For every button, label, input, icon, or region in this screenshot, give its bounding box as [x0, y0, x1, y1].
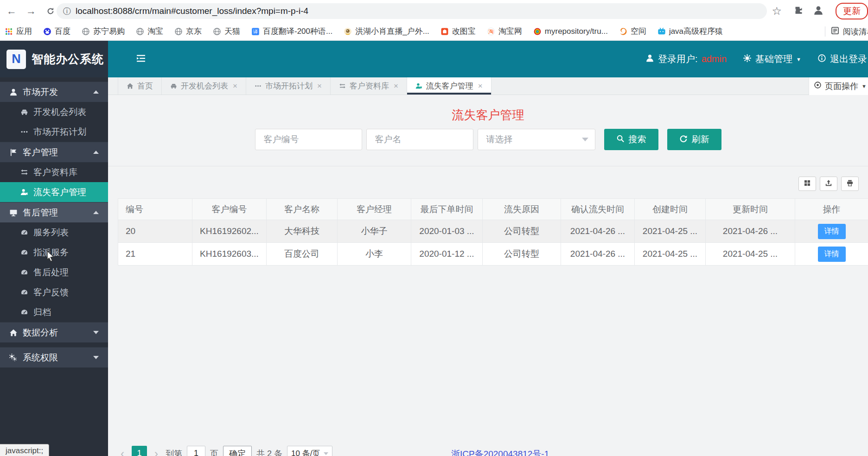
sidebar-item-system-permissions[interactable]: 系统权限 — [0, 347, 108, 367]
close-icon[interactable]: × — [394, 82, 398, 91]
bookmark-label: 百度翻译-200种语... — [263, 26, 332, 37]
tab-market-plan[interactable]: 市场开拓计划× — [246, 77, 331, 95]
refresh-button[interactable]: 刷新 — [667, 129, 721, 150]
sidebar-item-label: 客户资料库 — [33, 166, 77, 178]
bookmark-jd[interactable]: 京东 — [174, 26, 202, 37]
sidebar-item-opportunity-list[interactable]: 开发机会列表 — [0, 102, 108, 122]
table-cell: 2021-04-25 ... — [706, 243, 795, 266]
sidebar: 市场开发开发机会列表市场开拓计划客户管理客户资料库流失客户管理售后管理服务列表指… — [0, 77, 108, 456]
svg-text:译: 译 — [253, 29, 258, 34]
dots-icon — [255, 82, 262, 89]
page-size-select[interactable]: 10 条/页 — [287, 446, 332, 456]
print-button[interactable] — [841, 177, 859, 191]
sidebar-item-lost-customer-management[interactable]: 流失客户管理 — [0, 182, 108, 202]
bookmark-myrepository[interactable]: myrepository/tru... — [533, 27, 608, 36]
tab-customer-database[interactable]: 客户资料库× — [331, 77, 407, 95]
forward-icon[interactable]: → — [23, 3, 39, 19]
divider — [825, 26, 825, 37]
page-size-value: 10 条/页 — [291, 448, 320, 456]
page-operations-button[interactable]: 页面操作 ▼ — [809, 77, 868, 95]
tab-bar: 首页开发机会列表×市场开拓计划×客户资料库×流失客户管理× 页面操作 ▼ — [108, 77, 868, 95]
customer-name-input[interactable] — [366, 129, 473, 150]
page-number-button[interactable]: 1 — [132, 446, 147, 456]
sidebar-item-customer-database[interactable]: 客户资料库 — [0, 162, 108, 182]
url-text: localhost:8088/crm/main#customer_loss/in… — [76, 6, 308, 16]
sidebar-toggle-icon[interactable] — [136, 53, 146, 65]
column-header: 编号 — [118, 199, 192, 220]
detail-button[interactable]: 详情 — [818, 247, 846, 262]
bookmark-taobao[interactable]: 淘宝 — [136, 26, 163, 37]
chrome-update-button[interactable]: 更新 — [836, 3, 868, 19]
tab-home[interactable]: 首页 — [118, 77, 162, 95]
gauge-icon — [20, 308, 28, 316]
gauge-icon — [20, 288, 28, 296]
bookmark-star-icon[interactable]: ☆ — [772, 5, 782, 18]
orange-square-icon — [440, 27, 449, 36]
site-info-icon[interactable]: ⓘ — [63, 6, 71, 17]
tab-lost-customer-management[interactable]: 流失客户管理× — [407, 77, 491, 95]
table-cell: KH16192603... — [192, 243, 267, 266]
detail-button[interactable]: 详情 — [818, 224, 846, 239]
bookmark-honghu-live[interactable]: 洪湖小肖直播_户外... — [344, 26, 429, 37]
back-icon[interactable]: ← — [4, 3, 19, 19]
bookmark-taobao-net[interactable]: 淘淘宝网 — [487, 26, 522, 37]
close-icon[interactable]: × — [317, 82, 322, 91]
sidebar-item-archive[interactable]: 归档 — [0, 302, 108, 322]
sidebar-item-aftersales-management[interactable]: 售后管理 — [0, 202, 108, 222]
loss-reason-select[interactable]: 请选择 — [478, 129, 595, 150]
profile-avatar-icon[interactable] — [813, 5, 823, 17]
user-x-icon — [415, 82, 422, 89]
prev-page-icon[interactable]: ‹ — [118, 447, 127, 456]
bookmark-baidu[interactable]: 百度 — [43, 26, 70, 37]
icp-link[interactable]: 浙ICP备2020043812号-1 — [451, 448, 549, 456]
bookmark-java-programmer[interactable]: java高级程序猿 — [657, 26, 723, 37]
bookmark-suning[interactable]: 苏宁易购 — [82, 26, 125, 37]
table-cell: 2021-04-26 ... — [561, 220, 635, 243]
sidebar-item-customer-management[interactable]: 客户管理 — [0, 142, 108, 162]
sidebar-item-market-plan[interactable]: 市场开拓计划 — [0, 122, 108, 142]
bookmark-label: 苏宁易购 — [93, 26, 125, 37]
tab-opportunity-list[interactable]: 开发机会列表× — [162, 77, 246, 95]
address-bar[interactable]: ⓘ localhost:8088/crm/main#customer_loss/… — [57, 3, 767, 19]
sidebar-item-customer-feedback[interactable]: 客户反馈 — [0, 282, 108, 302]
bookmark-gaitubao[interactable]: 改图宝 — [440, 26, 476, 37]
table-cell: 2020-01-03 ... — [411, 220, 483, 243]
total-count-label: 共 2 条 — [256, 448, 282, 456]
export-button[interactable] — [820, 177, 837, 191]
page-jump-input[interactable] — [187, 446, 205, 456]
sidebar-item-data-analysis[interactable]: 数据分析 — [0, 322, 108, 342]
close-icon[interactable]: × — [233, 82, 237, 91]
lost-customer-table: 编号客户编号客户名称客户经理最后下单时间流失原因确认流失时间创建时间更新时间操作… — [118, 198, 868, 266]
bookmark-qzone[interactable]: 空间 — [619, 26, 646, 37]
logout-label: 退出登录 — [830, 53, 867, 65]
chevron-down-icon — [93, 331, 99, 334]
reading-list-button[interactable]: 阅读清单 — [831, 26, 868, 37]
base-management-menu[interactable]: 基础管理 ▼ — [743, 53, 801, 65]
reload-icon[interactable] — [43, 3, 58, 19]
globe-icon — [136, 27, 144, 36]
chevron-down-icon: ▼ — [796, 57, 801, 62]
sidebar-item-label: 开发机会列表 — [33, 106, 86, 118]
sidebar-item-service-list[interactable]: 服务列表 — [0, 222, 108, 242]
swirl-icon — [619, 27, 627, 36]
next-page-icon[interactable]: › — [152, 447, 161, 456]
bookmark-apps[interactable]: 应用 — [5, 26, 32, 37]
bookmark-tmall[interactable]: 天猫 — [213, 26, 240, 37]
chevron-down-icon — [93, 356, 99, 359]
extensions-icon[interactable] — [794, 6, 803, 17]
logout-button[interactable]: 退出登录 — [817, 53, 867, 65]
close-icon[interactable]: × — [478, 82, 483, 91]
bookmark-baidu-translate[interactable]: 译百度翻译-200种语... — [251, 26, 332, 37]
app-header: N 智能办公系统 登录用户: admin 基础管理 ▼ 退出登录 — [0, 41, 868, 77]
sidebar-item-market-development[interactable]: 市场开发 — [0, 82, 108, 102]
customer-no-input[interactable] — [255, 129, 362, 150]
column-header: 最后下单时间 — [411, 199, 483, 220]
gauge-icon — [20, 228, 28, 236]
confirm-button[interactable]: 确定 — [223, 446, 252, 456]
refresh-icon — [679, 134, 688, 145]
sidebar-item-aftersales-handling[interactable]: 售后处理 — [0, 262, 108, 282]
search-button[interactable]: 搜索 — [604, 129, 658, 150]
bookmark-label: 百度 — [55, 26, 70, 37]
car-icon — [20, 108, 28, 116]
card-view-button[interactable] — [798, 177, 816, 191]
